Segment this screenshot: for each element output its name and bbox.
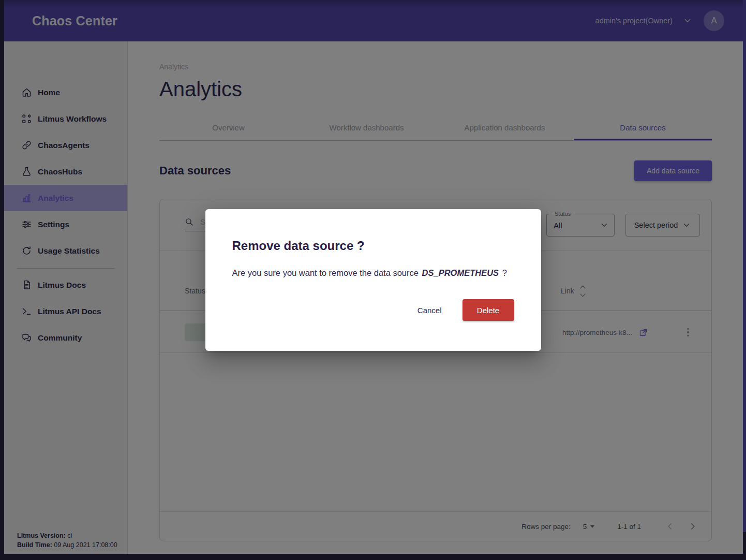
dialog-title: Remove data source ? — [232, 239, 514, 253]
delete-button[interactable]: Delete — [462, 299, 514, 321]
remove-data-source-dialog: Remove data source ? Are you sure you wa… — [205, 209, 541, 351]
dialog-actions: Cancel Delete — [232, 299, 514, 321]
page: Chaos Center admin's project(Owner) A Ho… — [0, 0, 746, 560]
dialog-message: Are you sure you want to remove the data… — [232, 268, 514, 278]
cancel-button[interactable]: Cancel — [417, 306, 442, 315]
data-source-name: DS_PROMETHEUS — [422, 268, 499, 277]
